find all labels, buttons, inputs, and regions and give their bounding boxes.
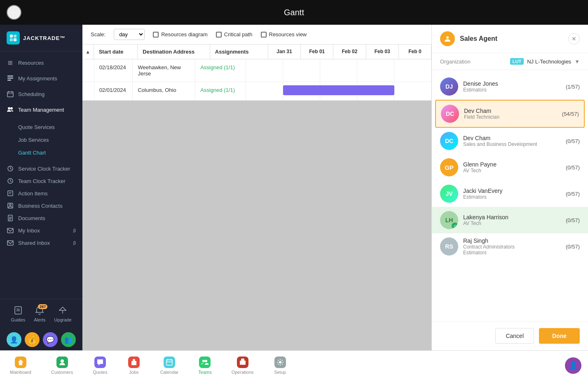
mainboard-icon bbox=[15, 357, 26, 368]
logo-icon bbox=[7, 31, 20, 45]
date-cell-feb03 bbox=[357, 59, 394, 82]
green-check-icon: ✓ bbox=[452, 223, 458, 229]
date-cell-feb01 bbox=[283, 59, 320, 82]
sort-col[interactable]: ▲ bbox=[82, 45, 94, 59]
sidebar-item-action-items[interactable]: Action Items bbox=[0, 187, 82, 199]
col-assignments: Assignments bbox=[210, 45, 268, 59]
top-bar: ← Gantt bbox=[0, 0, 588, 25]
sidebar-item-job-services[interactable]: Job Services bbox=[18, 134, 82, 146]
avatar-chat[interactable]: 💬 bbox=[43, 332, 58, 347]
nav-jobs[interactable]: Jobs bbox=[117, 353, 150, 378]
sidebar-item-scheduling[interactable]: Scheduling bbox=[0, 86, 82, 102]
nav-quotes[interactable]: Quotes bbox=[83, 353, 117, 378]
sidebar-item-service-clock-tracker[interactable]: Service Clock Tracker bbox=[0, 162, 82, 175]
resources-diagram-checkbox[interactable]: Resources diagram bbox=[153, 31, 208, 38]
agent-role: Field Technician bbox=[464, 114, 557, 120]
sidebar-bottom: Guides 267 Alerts Upgrade bbox=[0, 299, 82, 329]
list-item[interactable]: LH ✓ Lakenya Harrison AV Tech (0/57) bbox=[432, 207, 588, 233]
destination-cell: Columbus, Ohio bbox=[133, 82, 195, 100]
sidebar-item-team-clock-tracker[interactable]: Team Clock Tracker bbox=[0, 175, 82, 187]
resources-diagram-label: Resources diagram bbox=[161, 31, 208, 38]
assignment-cell: Assigned (1/1) bbox=[195, 59, 246, 82]
critical-path-checkbox[interactable]: Critical path bbox=[216, 31, 253, 38]
resources-view-checkbox[interactable]: Resources view bbox=[261, 31, 307, 38]
list-item[interactable]: GP Glenn Payne AV Tech (0/57) bbox=[432, 154, 588, 181]
gantt-bar bbox=[283, 85, 394, 95]
team-management-sub: Quote Services Job Services Gantt Chart bbox=[0, 117, 82, 162]
setup-icon bbox=[274, 357, 286, 368]
scale-select[interactable]: day week month bbox=[114, 29, 145, 40]
nav-mainboard[interactable]: Mainboard bbox=[0, 353, 41, 378]
sidebar-item-resources[interactable]: ⊞ Resources bbox=[0, 55, 82, 70]
list-item[interactable]: DC Dev Cham Sales and Business Developme… bbox=[432, 128, 588, 154]
sidebar-item-label: My Assignments bbox=[18, 75, 57, 82]
sidebar-item-business-contacts[interactable]: Business Contacts bbox=[0, 199, 82, 212]
teams-label: Teams bbox=[198, 370, 211, 375]
svg-point-11 bbox=[8, 107, 10, 110]
nav-operations[interactable]: Operations bbox=[222, 353, 264, 378]
org-label: Organization bbox=[440, 59, 471, 65]
col-feb01: Feb 01 bbox=[301, 45, 333, 59]
nav-teams[interactable]: Teams bbox=[188, 353, 221, 378]
gantt-table: ▲ Start date Destination Address Assignm… bbox=[82, 45, 431, 350]
sales-agent-icon bbox=[440, 31, 455, 46]
list-item[interactable]: JV Jacki VanEvery Estimators (0/57) bbox=[432, 181, 588, 207]
gantt-toolbar: Scale: day week month Resources diagram … bbox=[82, 25, 431, 45]
sidebar-item-my-assignments[interactable]: My Assignments bbox=[0, 70, 82, 86]
avatar-team[interactable]: 👥 bbox=[61, 332, 76, 347]
calendar-label: Calendar bbox=[160, 370, 179, 375]
org-row: Organization LUT NJ L-Technologies ▼ bbox=[432, 53, 588, 70]
svg-rect-30 bbox=[15, 307, 21, 314]
customers-label: Customers bbox=[51, 370, 73, 375]
sidebar-item-label: Resources bbox=[18, 60, 44, 66]
sidebar-item-quote-services[interactable]: Quote Services bbox=[18, 121, 82, 134]
done-button[interactable]: Done bbox=[539, 328, 580, 344]
org-value: LUT NJ L-Technologies ▼ bbox=[510, 58, 580, 65]
alerts-icon-wrapper: 267 bbox=[35, 306, 44, 316]
sidebar-guides[interactable]: Guides bbox=[11, 306, 25, 322]
list-item[interactable]: DC Dev Cham Field Technician (54/57) bbox=[435, 100, 585, 128]
svg-rect-7 bbox=[7, 92, 13, 97]
cancel-button[interactable]: Cancel bbox=[495, 328, 534, 344]
resources-icon: ⊞ bbox=[7, 59, 14, 66]
agent-info: Dev Cham Sales and Business Development bbox=[463, 135, 561, 147]
svg-rect-46 bbox=[240, 361, 246, 365]
back-button[interactable]: ← bbox=[7, 5, 21, 20]
col-feb03: Feb 03 bbox=[366, 45, 399, 59]
avatar-user[interactable]: 👤 bbox=[7, 332, 21, 347]
profile-avatar: 👤 bbox=[565, 357, 581, 374]
date-cell-feb02 bbox=[320, 59, 357, 82]
nav-calendar[interactable]: Calendar bbox=[150, 353, 189, 378]
list-item[interactable]: DJ Denise Jones Estimators (1/57) bbox=[432, 73, 588, 100]
destination-cell: Weehawken, New Jerse bbox=[133, 59, 195, 82]
assignments-icon bbox=[7, 75, 14, 82]
avatar: DJ bbox=[440, 77, 458, 96]
col-feb04: Feb 0 bbox=[399, 45, 431, 59]
svg-point-37 bbox=[61, 359, 64, 363]
gantt-header: ▲ Start date Destination Address Assignm… bbox=[82, 45, 431, 59]
org-dropdown-icon[interactable]: ▼ bbox=[574, 59, 580, 65]
sidebar-alerts[interactable]: 267 Alerts bbox=[34, 306, 45, 322]
panel-close-button[interactable]: ✕ bbox=[568, 33, 580, 45]
sidebar-item-gantt-chart[interactable]: Gantt Chart bbox=[18, 146, 82, 159]
sidebar-navigation: ⊞ Resources My Assignments Scheduling T bbox=[0, 52, 82, 299]
start-date-cell: 02/18/2024 bbox=[94, 59, 133, 82]
list-item[interactable]: RS Raj Singh Contract AdministratorsEsti… bbox=[432, 233, 588, 260]
svg-rect-28 bbox=[7, 228, 13, 233]
bottom-nav: Mainboard Customers Quotes Jobs Calendar… bbox=[0, 350, 588, 380]
profile-button[interactable]: 👤 bbox=[558, 354, 588, 377]
sidebar-item-shared-inbox[interactable]: Shared Inbox β bbox=[0, 237, 82, 249]
team-management-icon bbox=[7, 106, 14, 113]
sidebar-upgrade[interactable]: Upgrade bbox=[54, 306, 71, 322]
avatar-billing[interactable]: 💰 bbox=[25, 332, 40, 347]
svg-rect-24 bbox=[8, 215, 12, 221]
nav-setup[interactable]: Setup bbox=[264, 353, 297, 378]
sidebar-item-label: Team Clock Tracker bbox=[18, 178, 66, 184]
nav-customers[interactable]: Customers bbox=[41, 353, 83, 378]
sidebar-item-my-inbox[interactable]: My Inbox β bbox=[0, 224, 82, 237]
sidebar-item-team-management[interactable]: Team Management bbox=[0, 102, 82, 117]
agent-info: Raj Singh Contract AdministratorsEstimat… bbox=[463, 237, 561, 256]
sidebar-item-documents[interactable]: Documents bbox=[0, 212, 82, 224]
table-row: 02/18/2024 Weehawken, New Jerse Assigned… bbox=[82, 59, 431, 82]
logo-text: JACKTRADE™ bbox=[23, 35, 66, 41]
